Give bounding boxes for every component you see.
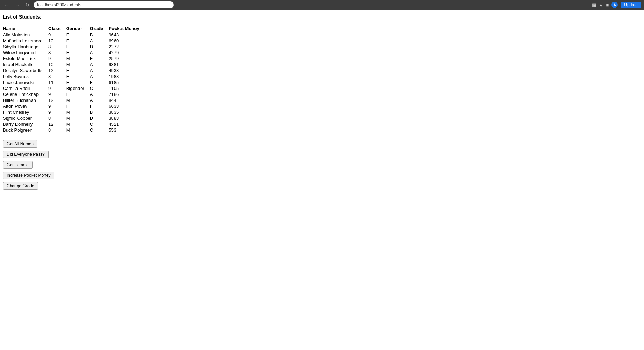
- did-everyone-pass-button[interactable]: Did Everyone Pass?: [3, 150, 49, 158]
- cell-class: 9: [48, 91, 66, 97]
- buttons-section: Get All Names Did Everyone Pass? Get Fem…: [3, 140, 641, 190]
- header-pocket-money: Pocket Money: [109, 25, 145, 32]
- cell-gender: Bigender: [66, 85, 90, 91]
- cast-icon: ▩: [592, 2, 596, 8]
- cell-pocket_money: 7186: [109, 91, 145, 97]
- cell-pocket_money: 3835: [109, 109, 145, 115]
- cell-name: Doralyn Sowerbutts: [3, 68, 48, 74]
- table-row: Doralyn Sowerbutts12FA4933: [3, 68, 145, 74]
- header-grade: Grade: [90, 25, 109, 32]
- cell-pocket_money: 2272: [109, 44, 145, 50]
- cell-name: Lucie Janowski: [3, 79, 48, 85]
- cell-grade: F: [90, 103, 109, 109]
- cell-class: 12: [48, 68, 66, 74]
- cell-class: 8: [48, 127, 66, 133]
- cell-class: 9: [48, 32, 66, 38]
- cell-pocket_money: 9643: [109, 32, 145, 38]
- cell-gender: F: [66, 32, 90, 38]
- cell-pocket_money: 844: [109, 97, 145, 103]
- cell-name: Estele MacIllrick: [3, 56, 48, 62]
- cell-class: 8: [48, 74, 66, 79]
- cell-grade: C: [90, 85, 109, 91]
- extension-icon: ■: [606, 2, 609, 8]
- forward-button[interactable]: →: [13, 1, 21, 8]
- cell-gender: M: [66, 109, 90, 115]
- table-header-row: Name Class Gender Grade Pocket Money: [3, 25, 145, 32]
- cell-name: Camilla Ritelli: [3, 85, 48, 91]
- get-female-button[interactable]: Get Female: [3, 161, 33, 169]
- cell-grade: C: [90, 121, 109, 127]
- table-row: Lolly Boynes8FA1988: [3, 74, 145, 79]
- table-row: Hillier Buchanan12MA844: [3, 97, 145, 103]
- cell-pocket_money: 4279: [109, 50, 145, 56]
- cell-gender: F: [66, 91, 90, 97]
- header-gender: Gender: [66, 25, 90, 32]
- cell-grade: A: [90, 62, 109, 68]
- cell-name: Sigfrid Copper: [3, 115, 48, 121]
- cell-grade: B: [90, 32, 109, 38]
- cell-grade: A: [90, 97, 109, 103]
- cell-name: Mufinella Lezemore: [3, 38, 48, 44]
- cell-class: 8: [48, 44, 66, 50]
- cell-name: Wilow Lingwood: [3, 50, 48, 56]
- cell-gender: F: [66, 50, 90, 56]
- cell-gender: M: [66, 56, 90, 62]
- get-all-names-button[interactable]: Get All Names: [3, 140, 37, 148]
- table-row: Israel Blackaller10MA9381: [3, 62, 145, 68]
- cell-name: Hillier Buchanan: [3, 97, 48, 103]
- update-button[interactable]: Update: [621, 2, 641, 8]
- cell-grade: D: [90, 44, 109, 50]
- page-title: List of Students:: [3, 14, 641, 20]
- cell-class: 9: [48, 85, 66, 91]
- back-button[interactable]: ←: [3, 1, 11, 8]
- cell-pocket_money: 6185: [109, 79, 145, 85]
- change-grade-button[interactable]: Change Grade: [3, 182, 38, 190]
- table-row: Estele MacIllrick9ME2579: [3, 56, 145, 62]
- table-row: Celene Enticknap9FA7186: [3, 91, 145, 97]
- address-bar[interactable]: localhost:4200/students: [34, 1, 174, 8]
- refresh-button[interactable]: ↻: [24, 1, 31, 8]
- table-row: Wilow Lingwood8FA4279: [3, 50, 145, 56]
- cell-class: 8: [48, 115, 66, 121]
- cell-name: Afton Povey: [3, 103, 48, 109]
- cell-grade: A: [90, 68, 109, 74]
- cell-name: Alix Mainston: [3, 32, 48, 38]
- cell-class: 9: [48, 56, 66, 62]
- cell-grade: A: [90, 38, 109, 44]
- cell-grade: F: [90, 79, 109, 85]
- cell-pocket_money: 553: [109, 127, 145, 133]
- cell-class: 8: [48, 50, 66, 56]
- cell-pocket_money: 2579: [109, 56, 145, 62]
- cell-name: Lolly Boynes: [3, 74, 48, 79]
- cell-gender: F: [66, 68, 90, 74]
- cell-gender: F: [66, 74, 90, 79]
- cell-gender: M: [66, 62, 90, 68]
- table-row: Afton Povey9FF6633: [3, 103, 145, 109]
- browser-actions: ▩ ★ ■ A Update: [592, 2, 641, 8]
- cell-grade: C: [90, 127, 109, 133]
- cell-gender: F: [66, 38, 90, 44]
- cell-gender: F: [66, 103, 90, 109]
- cell-gender: F: [66, 44, 90, 50]
- page-content: List of Students: Name Class Gender Grad…: [0, 10, 644, 194]
- cell-grade: D: [90, 115, 109, 121]
- cell-name: Flint Chesley: [3, 109, 48, 115]
- cell-name: Barry Donnelly: [3, 121, 48, 127]
- url-text: localhost:4200/students: [37, 2, 81, 7]
- cell-pocket_money: 4521: [109, 121, 145, 127]
- table-row: Alix Mainston9FB9643: [3, 32, 145, 38]
- profile-icon: A: [611, 2, 618, 8]
- cell-name: Buck Polgreen: [3, 127, 48, 133]
- table-row: Flint Chesley9MB3835: [3, 109, 145, 115]
- cell-class: 12: [48, 121, 66, 127]
- cell-class: 10: [48, 38, 66, 44]
- cell-grade: A: [90, 74, 109, 79]
- cell-name: Celene Enticknap: [3, 91, 48, 97]
- cell-pocket_money: 1105: [109, 85, 145, 91]
- increase-pocket-money-button[interactable]: Increase Pocket Money: [3, 172, 54, 179]
- cell-pocket_money: 3883: [109, 115, 145, 121]
- cell-grade: A: [90, 50, 109, 56]
- cell-grade: A: [90, 91, 109, 97]
- cell-gender: M: [66, 115, 90, 121]
- cell-class: 9: [48, 109, 66, 115]
